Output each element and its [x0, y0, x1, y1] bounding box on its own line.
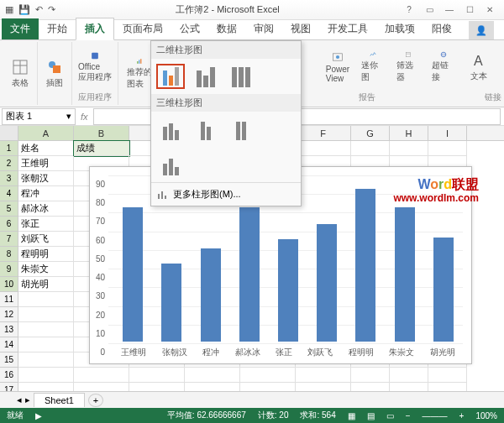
cell-A7[interactable]: 刘跃飞 [18, 232, 74, 247]
row-header-15[interactable]: 15 [0, 352, 18, 368]
sparklines-button[interactable]: 迷你图 [361, 51, 385, 83]
tab-file[interactable]: 文件 [2, 18, 39, 39]
cell-A12[interactable] [18, 307, 74, 322]
row-header-3[interactable]: 3 [0, 171, 18, 186]
row-header-11[interactable]: 11 [0, 292, 18, 307]
tab-data[interactable]: 数据 [208, 18, 245, 39]
sheet-tab-1[interactable]: Sheet1 [34, 393, 85, 407]
row-header-1[interactable]: 1 [0, 141, 18, 156]
status-macro-icon[interactable]: ▶ [35, 411, 42, 420]
powerview-button[interactable]: Power View [326, 51, 349, 83]
close-icon[interactable]: ✕ [480, 3, 499, 17]
stacked100-column-3d[interactable] [227, 117, 255, 142]
select-all-corner[interactable] [0, 126, 18, 140]
cell-D16[interactable] [185, 368, 240, 383]
row-header-8[interactable]: 8 [0, 247, 18, 262]
save-icon[interactable]: 💾 [18, 4, 30, 15]
cell-A1[interactable]: 姓名 [18, 141, 74, 156]
more-column-charts[interactable]: 更多柱形图(M)... [151, 182, 301, 206]
help-icon[interactable]: ? [400, 3, 418, 17]
zoom-in[interactable]: + [459, 411, 465, 420]
cell-F16[interactable] [296, 368, 351, 383]
chevron-down-icon[interactable]: ▾ [66, 111, 71, 122]
redo-icon[interactable]: ↷ [48, 4, 55, 15]
tab-addins[interactable]: 加载项 [376, 18, 423, 39]
chart-bar-3[interactable] [239, 207, 260, 342]
cell-A3[interactable]: 张朝汉 [18, 171, 74, 186]
cell-B16[interactable] [74, 368, 129, 383]
cell-B1[interactable]: 成绩 [74, 141, 129, 156]
row-header-16[interactable]: 16 [0, 368, 18, 383]
ribbon-options-icon[interactable]: ▭ [420, 3, 438, 17]
cell-I16[interactable] [428, 368, 467, 383]
cell-A15[interactable] [18, 352, 74, 368]
cell-A13[interactable] [18, 322, 74, 337]
tab-home[interactable]: 开始 [39, 18, 76, 39]
view-pagelayout-icon[interactable]: ▤ [367, 411, 375, 420]
cell-A4[interactable]: 程冲 [18, 186, 74, 201]
cell-F1[interactable] [296, 141, 351, 156]
cell-A2[interactable]: 王维明 [18, 156, 74, 171]
tab-review[interactable]: 审阅 [245, 18, 282, 39]
row-header-13[interactable]: 13 [0, 322, 18, 337]
cell-A5[interactable]: 郝冰冰 [18, 201, 74, 217]
zoom-slider[interactable]: ——— [423, 411, 448, 420]
cell-A9[interactable]: 朱崇文 [18, 262, 74, 277]
cell-A10[interactable]: 胡光明 [18, 277, 74, 292]
row-header-2[interactable]: 2 [0, 156, 18, 171]
fx-icon[interactable]: fx [81, 112, 88, 122]
cell-E16[interactable] [240, 368, 296, 383]
cell-A16[interactable] [18, 368, 74, 383]
minimize-icon[interactable]: — [440, 3, 459, 17]
row-header-6[interactable]: 6 [0, 217, 18, 232]
clustered-column-3d[interactable] [156, 117, 185, 142]
chart-bar-4[interactable] [278, 239, 298, 342]
tab-pagelayout[interactable]: 页面布局 [114, 18, 171, 39]
cell-H1[interactable] [390, 141, 428, 156]
tab-view[interactable]: 视图 [282, 18, 319, 39]
user-avatar[interactable]: 👤 [469, 21, 494, 39]
cell-A14[interactable] [18, 337, 74, 352]
row-header-5[interactable]: 5 [0, 201, 18, 217]
cell-G16[interactable] [351, 368, 390, 383]
tab-user[interactable]: 阳俊 [423, 18, 460, 39]
cell-I1[interactable] [428, 141, 467, 156]
stacked-column-2d[interactable] [192, 64, 220, 89]
col-header-H[interactable]: H [390, 126, 428, 140]
name-box[interactable]: 图表 1▾ [2, 108, 76, 125]
clustered-column-2d[interactable] [156, 64, 185, 89]
col-header-I[interactable]: I [428, 126, 467, 140]
cell-G1[interactable] [351, 141, 390, 156]
hyperlink-button[interactable]: 超链接 [432, 51, 455, 83]
undo-icon[interactable]: ↶ [35, 4, 43, 15]
chart-bar-1[interactable] [161, 264, 181, 342]
maximize-icon[interactable]: ☐ [460, 3, 479, 17]
office-apps-button[interactable]: Office 应用程序 [77, 51, 113, 83]
tab-developer[interactable]: 开发工具 [319, 18, 376, 39]
chart-bar-6[interactable] [355, 189, 375, 342]
add-sheet-button[interactable]: + [88, 394, 103, 407]
col-header-G[interactable]: G [351, 126, 390, 140]
column-3d[interactable] [156, 152, 185, 177]
sheet-nav-next[interactable]: ▸ [25, 394, 30, 405]
cell-A11[interactable] [18, 292, 74, 307]
illustrations-button[interactable]: 插图 [43, 58, 66, 90]
view-normal-icon[interactable]: ▦ [348, 411, 355, 420]
chart-bar-2[interactable] [201, 248, 221, 342]
row-header-4[interactable]: 4 [0, 186, 18, 201]
row-header-12[interactable]: 12 [0, 307, 18, 322]
chart-bar-7[interactable] [395, 207, 415, 342]
cell-H16[interactable] [390, 368, 428, 383]
view-pagebreak-icon[interactable]: ▭ [386, 411, 394, 420]
row-header-14[interactable]: 14 [0, 337, 18, 352]
col-header-F[interactable]: F [296, 126, 351, 140]
row-header-7[interactable]: 7 [0, 232, 18, 247]
chart-bar-8[interactable] [433, 238, 454, 342]
cell-A8[interactable]: 程明明 [18, 247, 74, 262]
slicer-button[interactable]: 筛选器 [396, 51, 420, 83]
row-header-9[interactable]: 9 [0, 262, 18, 277]
tab-insert[interactable]: 插入 [76, 18, 114, 40]
stacked-column-3d[interactable] [192, 117, 220, 142]
cell-C16[interactable] [129, 368, 185, 383]
sheet-nav-prev[interactable]: ◂ [17, 394, 22, 405]
